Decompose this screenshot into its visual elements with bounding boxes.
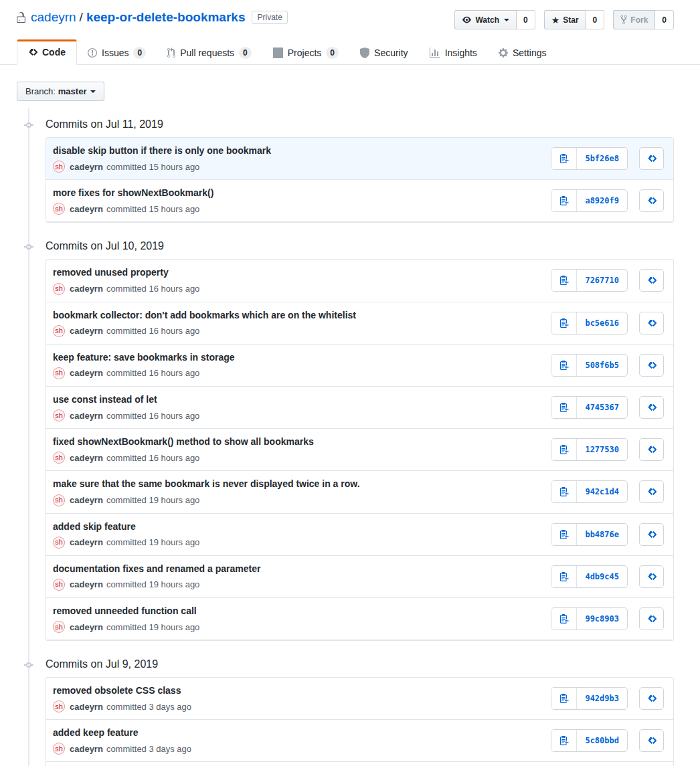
commit-sha-link[interactable]: 5c80bbd bbox=[577, 730, 627, 751]
copy-sha-button[interactable] bbox=[551, 608, 577, 630]
repo-name-link[interactable]: keep-or-delete-bookmarks bbox=[86, 9, 246, 26]
branch-prefix: Branch: bbox=[25, 86, 56, 96]
browse-code-button[interactable] bbox=[639, 607, 664, 630]
fork-count[interactable]: 0 bbox=[655, 10, 674, 29]
browse-code-button[interactable] bbox=[639, 312, 664, 334]
copy-sha-button[interactable] bbox=[551, 190, 577, 211]
commit-author-link[interactable]: cadeyrn bbox=[70, 744, 103, 754]
star-label: Star bbox=[563, 16, 578, 24]
commit-title-link[interactable]: documentation fixes and renamed a parame… bbox=[53, 563, 260, 575]
commit-author-link[interactable]: cadeyrn bbox=[70, 622, 103, 632]
tab-settings[interactable]: Settings bbox=[488, 41, 557, 65]
copy-sha-button[interactable] bbox=[551, 688, 577, 709]
copy-sha-button[interactable] bbox=[551, 730, 577, 751]
watch-count[interactable]: 0 bbox=[517, 10, 535, 29]
commit-author-link[interactable]: cadeyrn bbox=[70, 411, 103, 421]
copy-sha-button[interactable] bbox=[551, 270, 577, 291]
tab-security[interactable]: Security bbox=[349, 41, 419, 65]
commit-title-link[interactable]: fixed showNextBookmark() method to show … bbox=[53, 436, 314, 448]
avatar[interactable]: sh bbox=[53, 409, 65, 421]
repo-owner-link[interactable]: cadeyrn bbox=[31, 9, 76, 26]
commit-sha-link[interactable]: 942d9b3 bbox=[577, 688, 627, 709]
avatar[interactable]: sh bbox=[53, 700, 65, 712]
branch-selector-button[interactable]: Branch: master bbox=[17, 82, 104, 101]
commit-author-link[interactable]: cadeyrn bbox=[70, 204, 103, 214]
commit-sha-link[interactable]: 508f6b5 bbox=[577, 355, 627, 376]
commit-sha-link[interactable]: 99c8903 bbox=[577, 608, 627, 630]
browse-code-button[interactable] bbox=[639, 269, 664, 292]
commit-sha-link[interactable]: a8920f9 bbox=[577, 190, 627, 211]
avatar[interactable]: sh bbox=[53, 537, 65, 549]
copy-sha-button[interactable] bbox=[551, 397, 577, 418]
browse-code-button[interactable] bbox=[639, 189, 664, 212]
copy-sha-button[interactable] bbox=[551, 148, 577, 169]
commit-sha-link[interactable]: 7267710 bbox=[577, 270, 627, 291]
tab-pull-requests[interactable]: Pull requests 0 bbox=[157, 41, 262, 65]
commit-author-link[interactable]: cadeyrn bbox=[70, 326, 103, 336]
commit-title-link[interactable]: keep feature: save bookmarks in storage bbox=[53, 351, 235, 363]
copy-sha-button[interactable] bbox=[551, 524, 577, 545]
commit-title-link[interactable]: make sure that the same bookmark is neve… bbox=[53, 478, 360, 490]
copy-sha-button[interactable] bbox=[551, 439, 577, 460]
commit-sha-link[interactable]: 5bf26e8 bbox=[577, 148, 627, 169]
commit-author-link[interactable]: cadeyrn bbox=[70, 537, 103, 547]
commit-sha-link[interactable]: bc5e616 bbox=[577, 312, 627, 334]
commit-row: make sure that the same bookmark is neve… bbox=[46, 471, 673, 513]
copy-sha-button[interactable] bbox=[551, 566, 577, 587]
browse-code-button[interactable] bbox=[639, 438, 664, 461]
commit-title-link[interactable]: removed unused property bbox=[53, 266, 199, 278]
watch-button-group: Watch 0 bbox=[454, 10, 535, 29]
commit-title-link[interactable]: removed unneeded function call bbox=[53, 605, 199, 617]
fork-button[interactable]: Fork bbox=[613, 10, 655, 29]
avatar[interactable]: sh bbox=[53, 283, 65, 295]
commit-sha-link[interactable]: bb4876e bbox=[577, 524, 627, 545]
code-icon bbox=[647, 360, 657, 371]
avatar[interactable]: sh bbox=[53, 161, 65, 173]
commit-sha-link[interactable]: 1277530 bbox=[577, 439, 627, 460]
commit-author-link[interactable]: cadeyrn bbox=[70, 284, 103, 294]
commit-title-link[interactable]: more fixes for showNextBookmark() bbox=[53, 187, 213, 199]
browse-code-button[interactable] bbox=[639, 565, 664, 588]
commit-sha-link[interactable]: 4db9c45 bbox=[577, 566, 627, 587]
tab-projects[interactable]: Projects 0 bbox=[262, 41, 349, 65]
browse-code-button[interactable] bbox=[639, 396, 664, 419]
tab-code[interactable]: Code bbox=[17, 39, 77, 65]
commit-author-link[interactable]: cadeyrn bbox=[70, 579, 103, 589]
commit-title-link[interactable]: disable skip button if there is only one… bbox=[53, 145, 271, 157]
avatar[interactable]: sh bbox=[53, 621, 65, 633]
watch-button[interactable]: Watch bbox=[454, 10, 517, 29]
commit-author-link[interactable]: cadeyrn bbox=[70, 495, 103, 505]
avatar[interactable]: sh bbox=[53, 743, 65, 755]
commit-author-link[interactable]: cadeyrn bbox=[70, 702, 103, 712]
commit-title-link[interactable]: removed obsolete CSS class bbox=[53, 684, 191, 696]
browse-code-button[interactable] bbox=[639, 354, 664, 377]
star-count[interactable]: 0 bbox=[586, 10, 605, 29]
avatar[interactable]: sh bbox=[53, 579, 65, 591]
commit-title-link[interactable]: use const instead of let bbox=[53, 393, 199, 405]
star-button[interactable]: ★ Star bbox=[544, 10, 586, 29]
browse-code-button[interactable] bbox=[639, 687, 664, 710]
commit-title-link[interactable]: bookmark collector: don't add bookmarks … bbox=[53, 309, 356, 321]
avatar[interactable]: sh bbox=[53, 452, 65, 464]
commit-row: keep feature: save bookmarks in storage … bbox=[46, 345, 673, 387]
copy-sha-button[interactable] bbox=[551, 355, 577, 376]
avatar[interactable]: sh bbox=[53, 325, 65, 337]
commit-sha-link[interactable]: 942c1d4 bbox=[577, 481, 627, 502]
browse-code-button[interactable] bbox=[639, 480, 664, 503]
avatar[interactable]: sh bbox=[53, 494, 65, 506]
copy-sha-button[interactable] bbox=[551, 312, 577, 334]
commit-title-link[interactable]: added skip feature bbox=[53, 520, 199, 533]
commit-author-link[interactable]: cadeyrn bbox=[70, 368, 103, 378]
browse-code-button[interactable] bbox=[639, 147, 664, 170]
commit-author-link[interactable]: cadeyrn bbox=[70, 162, 103, 172]
browse-code-button[interactable] bbox=[639, 729, 664, 752]
commit-sha-link[interactable]: 4745367 bbox=[577, 397, 627, 418]
commit-title-link[interactable]: added keep feature bbox=[53, 727, 191, 739]
commit-author-link[interactable]: cadeyrn bbox=[70, 453, 103, 463]
copy-sha-button[interactable] bbox=[551, 481, 577, 502]
browse-code-button[interactable] bbox=[639, 523, 664, 546]
tab-issues[interactable]: Issues 0 bbox=[77, 41, 157, 65]
avatar[interactable]: sh bbox=[53, 203, 65, 215]
avatar[interactable]: sh bbox=[53, 367, 65, 379]
tab-insights[interactable]: Insights bbox=[419, 41, 488, 65]
